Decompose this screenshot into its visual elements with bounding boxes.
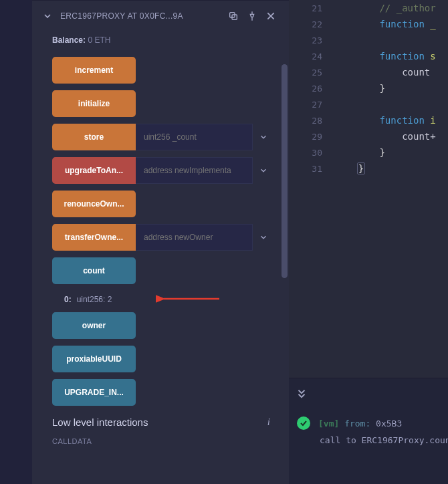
low-level-title: Low level interactions <box>52 416 148 428</box>
line-number: 30 <box>289 148 334 158</box>
fn-owner-button[interactable]: owner <box>52 312 136 339</box>
deploy-panel: ERC1967PROXY AT 0X0FC...9A Balance: 0 ET… <box>32 0 289 484</box>
balance-value: 0 ETH <box>88 35 110 45</box>
terminal-vm-tag: [vm] <box>318 418 339 429</box>
code-content: } <box>334 83 385 94</box>
fn-store-button[interactable]: store <box>52 124 136 150</box>
fn-count-output: 0: uint256: 2 <box>52 291 274 312</box>
fn-transferOwnership-button[interactable]: transferOwne... <box>52 224 136 251</box>
fn-initialize-button[interactable]: initialize <box>52 90 136 117</box>
balance-label: Balance: <box>52 35 86 45</box>
code-line: 27 <box>289 96 448 112</box>
fn-store-input[interactable] <box>136 124 253 150</box>
terminal-panel: [vm] from: 0x5B3 call to ERC1967Proxy.co… <box>289 408 448 484</box>
fn-increment-button[interactable]: increment <box>52 57 136 84</box>
terminal-line: call to ERC1967Proxy.count <box>289 433 448 448</box>
code-content: count+ <box>334 131 436 142</box>
code-content: } <box>334 163 365 174</box>
line-number: 24 <box>289 51 334 62</box>
code-content: // _author <box>334 3 436 13</box>
chevron-down-icon[interactable] <box>253 157 274 184</box>
chevron-down-icon[interactable] <box>253 224 274 251</box>
far-left-strip <box>0 0 32 484</box>
terminal-from-addr: 0x5B3 <box>376 418 402 429</box>
contract-instance-header: ERC1967PROXY AT 0X0FC...9A <box>32 0 289 31</box>
code-editor[interactable]: 21 // _author22 function _2324 function … <box>289 0 448 378</box>
code-content: function _ <box>334 19 436 29</box>
function-list: increment initialize store upgradeToAn..… <box>32 57 289 406</box>
fn-renounceOwnership-button[interactable]: renounceOwn... <box>52 191 136 217</box>
low-level-section: Low level interactions i CALLDATA <box>32 412 289 445</box>
terminal-from-label: from: <box>344 418 370 429</box>
copy-icon[interactable] <box>227 10 239 22</box>
line-number: 27 <box>289 100 334 110</box>
code-line: 22 function _ <box>289 16 448 32</box>
annotation-arrow-icon <box>156 291 223 307</box>
fn-proxiableUUID-button[interactable]: proxiableUUID <box>52 346 136 372</box>
code-content: count <box>334 67 436 78</box>
output-index: 0: <box>64 295 72 304</box>
pin-icon[interactable] <box>246 10 258 22</box>
fn-upgradeToAndCall-button[interactable]: upgradeToAn... <box>52 157 136 184</box>
line-number: 22 <box>289 19 334 29</box>
fn-upgradeInterfaceVersion-button[interactable]: UPGRADE_IN... <box>52 379 136 406</box>
terminal-line: [vm] from: 0x5B3 <box>289 414 448 433</box>
code-line: 30 } <box>289 144 448 160</box>
output-value: uint256: 2 <box>77 295 112 304</box>
code-content: } <box>334 147 385 158</box>
terminal-collapse-bar[interactable] <box>289 378 448 408</box>
code-content: function s <box>334 51 436 62</box>
line-number: 29 <box>289 132 334 142</box>
line-number: 21 <box>289 3 334 13</box>
scrollbar-thumb[interactable] <box>282 64 288 278</box>
terminal-call-text: call to ERC1967Proxy.count <box>320 435 448 445</box>
fn-count-button[interactable]: count <box>52 257 136 284</box>
balance-row: Balance: 0 ETH <box>32 31 289 57</box>
line-number: 25 <box>289 68 334 78</box>
chevron-down-icon[interactable] <box>41 10 53 22</box>
code-line: 21 // _author <box>289 0 448 16</box>
contract-title: ERC1967PROXY AT 0X0FC...9A <box>60 11 221 21</box>
fn-transferOwnership-input[interactable] <box>136 224 253 251</box>
close-icon[interactable] <box>265 10 277 22</box>
info-icon[interactable]: i <box>267 416 270 428</box>
code-line: 29 count+ <box>289 128 448 144</box>
code-line: 25 count <box>289 64 448 80</box>
code-line: 28 function i <box>289 112 448 128</box>
line-number: 31 <box>289 164 334 174</box>
calldata-label: CALLDATA <box>52 437 270 445</box>
code-line: 24 function s <box>289 48 448 64</box>
double-chevron-down-icon <box>296 388 308 400</box>
code-line: 26 } <box>289 80 448 96</box>
chevron-down-icon[interactable] <box>253 124 274 150</box>
fn-upgradeToAndCall-input[interactable] <box>136 157 253 184</box>
code-line: 23 <box>289 32 448 48</box>
code-content: function i <box>334 115 436 126</box>
line-number: 28 <box>289 116 334 126</box>
code-line: 31 } <box>289 160 448 176</box>
line-number: 23 <box>289 35 334 45</box>
status-success-icon <box>297 416 310 430</box>
line-number: 26 <box>289 84 334 94</box>
